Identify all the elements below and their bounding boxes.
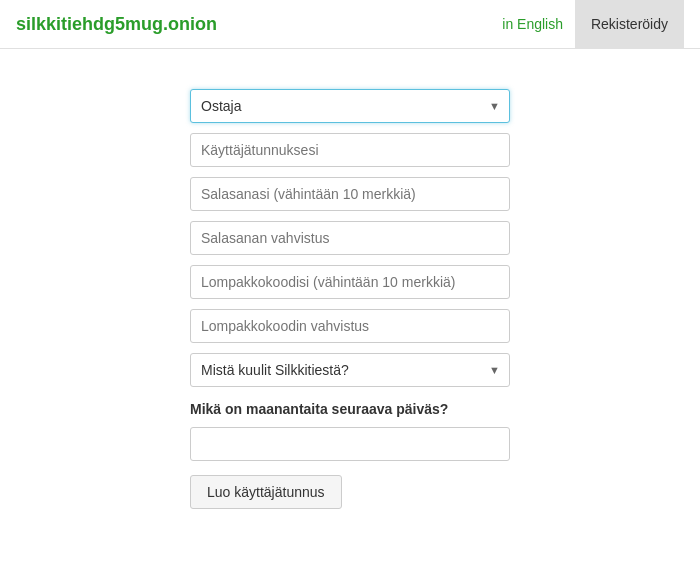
wallet-confirm-input[interactable] bbox=[190, 309, 510, 343]
username-input[interactable] bbox=[190, 133, 510, 167]
captcha-input[interactable] bbox=[190, 427, 510, 461]
site-title: silkkitiehdg5mug.onion bbox=[16, 14, 217, 35]
lang-link[interactable]: in English bbox=[490, 2, 575, 46]
register-button[interactable]: Rekisteröidy bbox=[575, 0, 684, 49]
heard-select-wrapper: Mistä kuulit Silkkitiestä?FoorumiYstäväM… bbox=[190, 353, 510, 387]
role-select[interactable]: OstajaMyyjä bbox=[190, 89, 510, 123]
role-select-wrapper: OstajaMyyjä bbox=[190, 89, 510, 123]
password-confirm-input[interactable] bbox=[190, 221, 510, 255]
submit-button[interactable]: Luo käyttäjätunnus bbox=[190, 475, 342, 509]
wallet-input[interactable] bbox=[190, 265, 510, 299]
registration-form: OstajaMyyjä Mistä kuulit Silkkitiestä?Fo… bbox=[190, 89, 510, 509]
header-nav: in English Rekisteröidy bbox=[490, 0, 684, 49]
password-input[interactable] bbox=[190, 177, 510, 211]
captcha-label: Mikä on maanantaita seuraava päiväs? bbox=[190, 401, 510, 417]
heard-select[interactable]: Mistä kuulit Silkkitiestä?FoorumiYstäväM… bbox=[190, 353, 510, 387]
site-header: silkkitiehdg5mug.onion in English Rekist… bbox=[0, 0, 700, 49]
main-content: OstajaMyyjä Mistä kuulit Silkkitiestä?Fo… bbox=[0, 49, 700, 549]
